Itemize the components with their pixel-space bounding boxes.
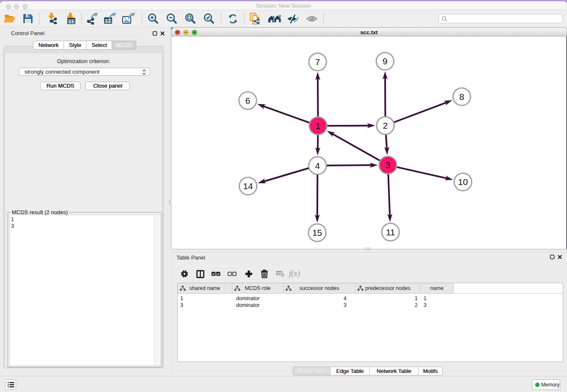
svg-text:1: 1: [316, 121, 321, 131]
svg-text:7: 7: [315, 57, 320, 67]
svg-text:8: 8: [459, 92, 464, 102]
svg-text:3: 3: [385, 160, 391, 170]
svg-text:11: 11: [386, 227, 395, 237]
svg-text:6: 6: [245, 96, 250, 105]
svg-text:9: 9: [383, 56, 388, 66]
svg-text:2: 2: [383, 121, 388, 130]
svg-text:f(x): f(x): [289, 269, 300, 278]
svg-text:14: 14: [243, 181, 253, 191]
svg-text:10: 10: [458, 177, 468, 187]
svg-text:4: 4: [315, 161, 320, 171]
svg-text:15: 15: [312, 228, 322, 237]
